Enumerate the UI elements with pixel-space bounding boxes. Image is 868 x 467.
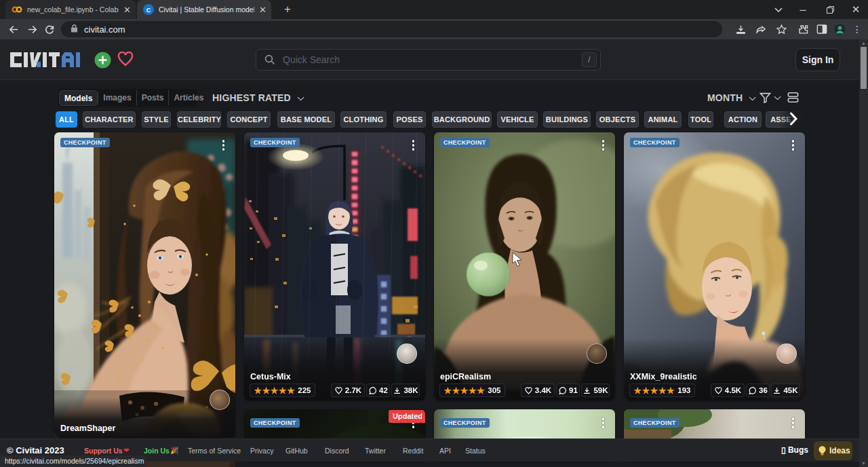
svg-text:C: C xyxy=(146,7,151,14)
